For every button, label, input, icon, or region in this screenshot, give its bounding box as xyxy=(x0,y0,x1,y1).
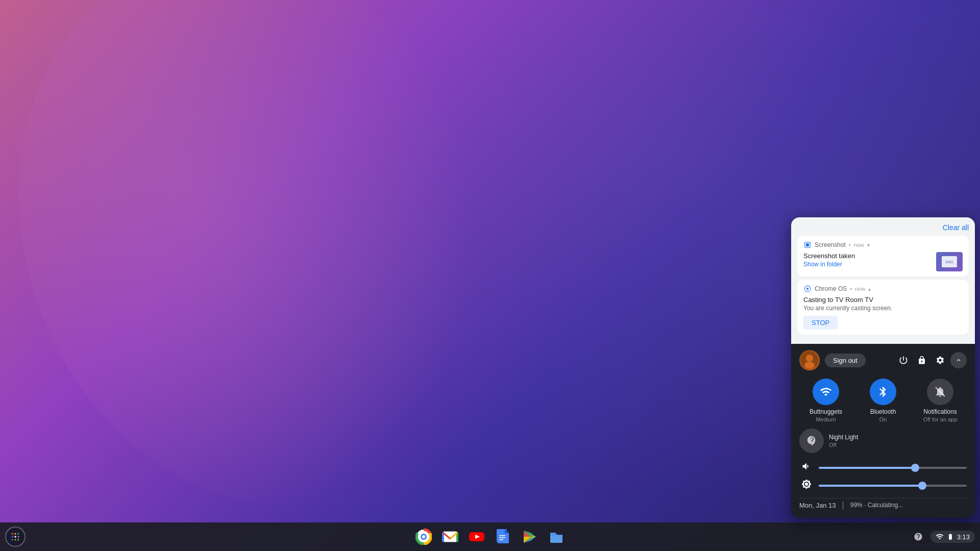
notifications-toggle-circle xyxy=(927,379,953,405)
wifi-toggle[interactable]: Buttnuggets Medium xyxy=(799,379,852,422)
expand-button[interactable] xyxy=(950,352,967,368)
svg-point-8 xyxy=(12,533,13,535)
taskbar-app-files[interactable] xyxy=(544,524,569,549)
notification-card-screenshot: Screenshot • now ▾ Screenshot taken Show… xyxy=(797,236,969,277)
night-light-text: Night Light Off xyxy=(829,434,858,448)
user-avatar xyxy=(799,350,820,370)
brightness-slider-track[interactable] xyxy=(819,485,967,487)
settings-button[interactable] xyxy=(932,352,948,368)
svg-point-20 xyxy=(422,535,425,538)
taskbar-left xyxy=(5,527,26,547)
user-row: Sign out xyxy=(799,350,967,370)
notifications-toggle-sublabel: Off for an app xyxy=(923,416,957,422)
night-light-label: Night Light xyxy=(829,434,858,441)
bluetooth-toggle-label: Bluetooth xyxy=(870,408,896,415)
desktop: Clear all Screenshot • now ▾ Screenshot … xyxy=(0,0,980,551)
date-separator: | xyxy=(842,500,844,510)
svg-rect-27 xyxy=(499,539,503,540)
svg-point-13 xyxy=(17,536,19,537)
taskbar: 3:13 xyxy=(0,522,980,551)
wifi-toggle-circle xyxy=(813,379,839,405)
taskbar-app-gmail[interactable] xyxy=(438,524,462,549)
bottom-row: Mon, Jan 13 | 99% · Calculating... xyxy=(799,498,967,512)
brightness-slider-row xyxy=(799,479,967,492)
notifications-toggle-label: Notifications xyxy=(923,408,957,415)
screenshot-content: Screenshot taken Show in folder xyxy=(803,252,855,268)
bluetooth-toggle-circle xyxy=(870,379,896,405)
chromeos-time-dot: • xyxy=(850,286,852,292)
volume-icon xyxy=(799,461,814,474)
taskbar-app-docs[interactable] xyxy=(491,524,516,549)
svg-point-3 xyxy=(806,288,809,290)
svg-point-16 xyxy=(17,539,19,540)
screenshot-app-name: Screenshot xyxy=(815,241,846,248)
taskbar-apps xyxy=(411,524,569,549)
lock-button[interactable] xyxy=(914,352,930,368)
brightness-slider-thumb xyxy=(918,482,926,490)
volume-slider-row xyxy=(799,461,967,474)
power-button[interactable] xyxy=(895,352,912,368)
notification-header-chromeos: Chrome OS • now ▴ xyxy=(803,285,963,293)
taskbar-app-youtube[interactable] xyxy=(464,524,489,549)
wifi-toggle-sublabel: Medium xyxy=(816,416,836,422)
taskbar-app-play-store[interactable] xyxy=(518,524,542,549)
chromeos-app-icon xyxy=(803,285,812,293)
svg-point-9 xyxy=(14,533,16,535)
volume-slider-track[interactable] xyxy=(819,467,967,469)
chromeos-time-value: now xyxy=(855,286,865,292)
chromeos-app-name: Chrome OS xyxy=(815,285,847,292)
clear-all-button[interactable]: Clear all xyxy=(943,223,969,232)
chromeos-body: You are currently casting screen. xyxy=(803,305,963,312)
svg-point-15 xyxy=(14,539,16,540)
date-text: Mon, Jan 13 xyxy=(799,502,836,509)
chromeos-title: Casting to TV Room TV xyxy=(803,296,963,304)
quick-toggles: Buttnuggets Medium Bluetooth On Noti xyxy=(799,379,967,422)
sign-out-button[interactable]: Sign out xyxy=(825,354,866,367)
svg-point-6 xyxy=(804,362,815,369)
sliders-section xyxy=(799,461,967,492)
notifications-toggle[interactable]: Notifications Off for an app xyxy=(914,379,967,422)
wifi-tray-icon xyxy=(936,533,944,541)
screenshot-time-value: now xyxy=(854,242,864,248)
night-light-circle xyxy=(799,429,824,453)
volume-slider-fill xyxy=(819,467,915,469)
notification-header-screenshot: Screenshot • now ▾ xyxy=(803,241,963,249)
svg-point-5 xyxy=(806,355,813,362)
night-light-sublabel: Off xyxy=(829,442,858,448)
night-light-row: Night Light Off xyxy=(799,429,967,453)
screenshot-thumbnail: IMG xyxy=(936,252,963,271)
svg-point-14 xyxy=(12,539,13,540)
screenshot-body[interactable]: Show in folder xyxy=(803,261,855,268)
volume-slider-thumb xyxy=(911,464,919,472)
battery-tray-icon xyxy=(947,533,954,540)
svg-rect-26 xyxy=(499,537,505,538)
screenshot-time: • xyxy=(849,242,851,248)
system-controls: Sign out xyxy=(791,344,975,518)
svg-rect-21 xyxy=(443,532,457,542)
quick-settings-panel: Clear all Screenshot • now ▾ Screenshot … xyxy=(791,217,975,518)
help-button[interactable] xyxy=(910,529,926,545)
svg-point-12 xyxy=(14,536,16,537)
system-tray[interactable]: 3:13 xyxy=(930,531,975,543)
night-light-toggle[interactable]: Night Light Off xyxy=(799,429,858,453)
stop-casting-button[interactable]: STOP xyxy=(803,316,838,330)
screenshot-title: Screenshot taken xyxy=(803,252,855,260)
svg-rect-1 xyxy=(806,243,809,246)
notifications-header: Clear all xyxy=(797,223,969,232)
system-icons xyxy=(895,352,967,368)
battery-text: 99% · Calculating... xyxy=(850,502,903,509)
screenshot-app-icon xyxy=(803,241,812,249)
svg-rect-25 xyxy=(499,535,505,536)
wifi-toggle-label: Buttnuggets xyxy=(810,408,842,415)
notification-card-chromeos: Chrome OS • now ▴ Casting to TV Room TV … xyxy=(797,280,969,335)
taskbar-app-chrome[interactable] xyxy=(411,524,436,549)
clock-display: 3:13 xyxy=(957,533,970,541)
bluetooth-toggle-sublabel: On xyxy=(879,416,887,422)
svg-point-11 xyxy=(12,536,13,537)
brightness-slider-fill xyxy=(819,485,922,487)
bluetooth-toggle[interactable]: Bluetooth On xyxy=(856,379,910,422)
taskbar-right: 3:13 xyxy=(910,529,975,545)
launcher-button[interactable] xyxy=(5,527,26,547)
svg-point-10 xyxy=(17,533,19,535)
notifications-section: Clear all Screenshot • now ▾ Screenshot … xyxy=(791,217,975,344)
